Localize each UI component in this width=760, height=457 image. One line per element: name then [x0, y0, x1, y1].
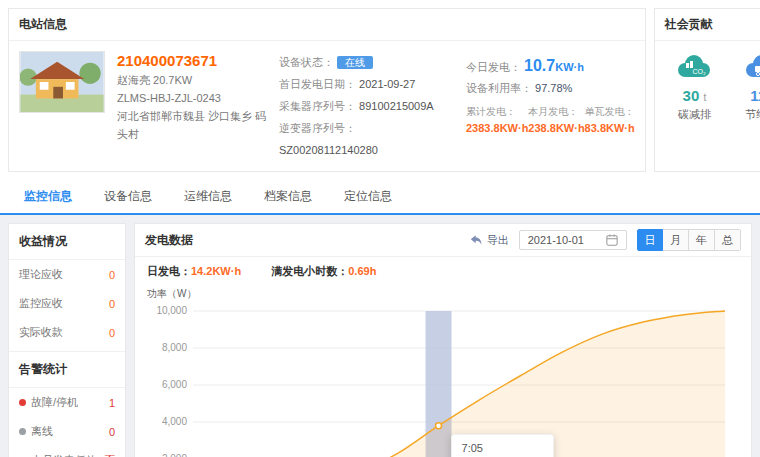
coal-label: 节约煤 [728, 107, 760, 122]
device-status-row: 设备状态： 在线 [279, 51, 454, 73]
tab-monitor-info[interactable]: 监控信息 [8, 180, 88, 213]
utilization-row: 设备利用率： 97.78% [466, 81, 635, 96]
station-fields: 设备状态： 在线 首日发电日期： 2021-09-27 采集器序列号： 8910… [279, 51, 454, 161]
hover-marker [436, 423, 442, 429]
status-badge: 在线 [337, 56, 373, 69]
income-section-title: 收益情况 [9, 224, 125, 260]
calendar-icon [606, 234, 618, 246]
per-watt-generation-stat: 单瓦发电： 83.8KW·h [585, 105, 635, 134]
generation-stats-line: 日发电：14.2KW·h 满发电小时数：0.69h [147, 264, 739, 279]
social-contribution-panel: 社会贡献 CO₂ 30 t 碳减排 11 t 节约煤 [654, 8, 760, 172]
generation-stats-row: 累计发电： 2383.8KW·h 本月发电： 238.8KW·h 单瓦发电： 8… [466, 105, 635, 134]
station-address: 河北省邯郸市魏县 沙口集乡 码头村 [117, 107, 267, 143]
total-generation-stat: 累计发电： 2383.8KW·h [466, 105, 528, 134]
co2-cloud-icon: CO₂ [673, 53, 715, 81]
lower-section: 收益情况 理论应收 0 监控应收 0 实际收款 0 告警统计 故障/停机 1 离… [0, 215, 760, 457]
list-item-offline: 离线 0 [9, 417, 125, 446]
list-item-actual-income: 实际收款 0 [9, 318, 125, 347]
first-generation-row: 首日发电日期： 2021-09-27 [279, 73, 454, 95]
today-generation-value: 10.7 [524, 57, 555, 74]
y-axis-title: 功率（W） [147, 287, 739, 301]
collector-serial-row: 采集器序列号： 89100215009A [279, 95, 454, 117]
chart-panel-title: 发电数据 [145, 232, 193, 249]
range-segmented-control: 日 月 年 总 [637, 229, 741, 251]
chart-header: 发电数据 导出 2021-10-01 [135, 224, 751, 257]
range-day-button[interactable]: 日 [637, 229, 663, 251]
offline-dot-icon [19, 428, 26, 435]
station-code: ZLMS-HBJ-ZJL-0243 [117, 89, 267, 107]
co2-label: 碳减排 [661, 107, 728, 122]
social-panel-title: 社会贡献 [655, 9, 760, 41]
y-tick-label: 6,000 [162, 379, 187, 390]
y-tick-label: 10,000 [156, 305, 187, 316]
station-panel-title: 电站信息 [9, 9, 645, 41]
station-photo [19, 51, 105, 113]
full-hours-value: 0.69h [348, 265, 376, 277]
power-chart[interactable]: 02,0004,0006,0008,00010,00006:3506:4006:… [147, 303, 739, 457]
tab-location-info[interactable]: 定位信息 [328, 180, 408, 213]
month-generation-stat: 本月发电： 238.8KW·h [528, 105, 584, 134]
list-item-theoretical-income: 理论应收 0 [9, 260, 125, 289]
power-area-chart: 02,0004,0006,0008,00010,00006:3506:4006:… [147, 303, 737, 457]
list-item-monitored-income: 监控应收 0 [9, 289, 125, 318]
tab-ops-info[interactable]: 运维信息 [168, 180, 248, 213]
chart-body: 日发电：14.2KW·h 满发电小时数：0.69h 功率（W） 02,0004,… [135, 257, 751, 457]
export-button[interactable]: 导出 [470, 233, 509, 248]
station-identity: 210400073671 赵海亮 20.7KW ZLMS-HBJ-ZJL-024… [117, 51, 267, 161]
range-month-button[interactable]: 月 [663, 229, 689, 251]
main-tabbar: 监控信息 设备信息 运维信息 档案信息 定位信息 [0, 180, 760, 215]
svg-text:CO₂: CO₂ [693, 68, 707, 75]
co2-value: 30 t [661, 87, 728, 104]
station-info-panel: 电站信息 210400073671 赵海亮 20.7KW ZLMS-HBJ-ZJ… [8, 8, 646, 172]
station-owner: 赵海亮 20.7KW [117, 71, 267, 89]
day-generation-value: 14.2KW·h [191, 265, 241, 277]
station-id: 210400073671 [117, 51, 267, 71]
coal-truck-cloud-icon [741, 53, 760, 81]
y-tick-label: 2,000 [162, 453, 187, 457]
y-tick-label: 8,000 [162, 342, 187, 353]
utilization-value: 97.78% [535, 82, 572, 94]
fault-dot-icon [19, 399, 26, 406]
list-item-low-efficiency: 本月发电低效 否 [9, 446, 125, 457]
date-picker[interactable]: 2021-10-01 [519, 230, 627, 250]
inverter-serial-row: 逆变器序列号： SZ00208112140280 [279, 117, 454, 161]
generation-data-panel: 发电数据 导出 2021-10-01 [134, 223, 752, 457]
date-value: 2021-10-01 [528, 234, 584, 246]
alarm-section-title: 告警统计 [9, 351, 125, 388]
y-tick-label: 4,000 [162, 416, 187, 427]
today-generation-row: 今日发电： 10.7KW·h [466, 51, 635, 81]
tab-archive-info[interactable]: 档案信息 [248, 180, 328, 213]
top-section: 电站信息 210400073671 赵海亮 20.7KW ZLMS-HBJ-ZJ… [0, 0, 760, 178]
co2-reduction-item: CO₂ 30 t 碳减排 [661, 53, 728, 122]
coal-value: 11 t [728, 87, 760, 104]
range-total-button[interactable]: 总 [715, 229, 741, 251]
station-generation-summary: 今日发电： 10.7KW·h 设备利用率： 97.78% 累计发电： 2383.… [466, 51, 635, 161]
area-fill [193, 311, 725, 457]
summary-sidebar: 收益情况 理论应收 0 监控应收 0 实际收款 0 告警统计 故障/停机 1 离… [8, 223, 126, 457]
tab-device-info[interactable]: 设备信息 [88, 180, 168, 213]
export-icon [470, 234, 483, 246]
list-item-fault-stop: 故障/停机 1 [9, 388, 125, 417]
range-year-button[interactable]: 年 [689, 229, 715, 251]
coal-saving-item: 11 t 节约煤 [728, 53, 760, 122]
